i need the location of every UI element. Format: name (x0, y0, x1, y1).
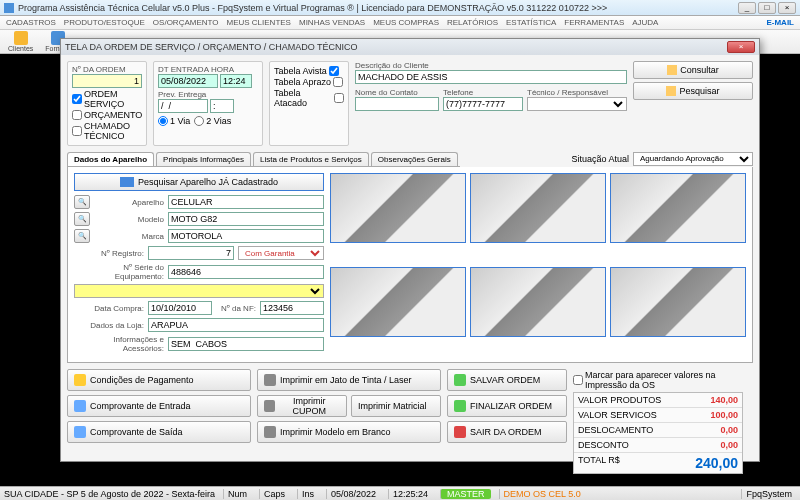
window-title: Programa Assistência Técnica Celular v5.… (18, 3, 738, 13)
maximize-button[interactable]: □ (758, 2, 776, 14)
nf-input[interactable] (260, 301, 324, 315)
pesquisar-aparelho-button[interactable]: Pesquisar Aparelho JÁ Cadastrado (74, 173, 324, 191)
hora-input[interactable] (220, 74, 252, 88)
check-icon (454, 374, 466, 386)
registro-input[interactable] (148, 246, 234, 260)
tab-principais-info[interactable]: Principais Informações (156, 152, 251, 166)
menu-ajuda[interactable]: AJUDA (632, 18, 658, 27)
statusbar: SUA CIDADE - SP 5 de Agosto de 2022 - Se… (0, 486, 800, 500)
imprimir-jato-button[interactable]: Imprimir em Jato de Tinta / Laser (257, 369, 441, 391)
pesquisar-button[interactable]: Pesquisar (633, 82, 753, 100)
comp-entrada-button[interactable]: Comprovante de Entrada (67, 395, 251, 417)
titlebar: Programa Assistência Técnica Celular v5.… (0, 0, 800, 16)
photo-4[interactable] (330, 267, 466, 337)
marca-input[interactable] (168, 229, 324, 243)
loja-input[interactable] (148, 318, 324, 332)
radio-1via[interactable] (158, 116, 168, 126)
status-num: Num (223, 489, 251, 499)
chk-atacado[interactable] (334, 93, 344, 103)
modelo-input[interactable] (168, 212, 324, 226)
desc-cliente-input[interactable] (355, 70, 627, 84)
radio-2vias[interactable] (194, 116, 204, 126)
status-demo: DEMO OS CEL 5.0 (499, 489, 585, 499)
telefone-label: Telefone (443, 88, 523, 97)
photo-5[interactable] (470, 267, 606, 337)
menu-compras[interactable]: MEUS COMPRAS (373, 18, 439, 27)
aparelho-input[interactable] (168, 195, 324, 209)
dialog-close-button[interactable]: × (727, 41, 755, 53)
chk-cham[interactable] (72, 126, 82, 136)
finalizar-button[interactable]: FINALIZAR ORDEM (447, 395, 567, 417)
status-caps: Caps (259, 489, 289, 499)
prev-date-input[interactable] (158, 99, 208, 113)
serie-input[interactable] (168, 265, 324, 279)
tecnico-select[interactable] (527, 97, 627, 111)
tab-produtos-servicos[interactable]: Lista de Produtos e Serviços (253, 152, 369, 166)
prev-hora-input[interactable] (210, 99, 234, 113)
imprimir-branco-button[interactable]: Imprimir Modelo em Branco (257, 421, 441, 443)
situacao-select[interactable]: Aguardando Aprovação (633, 152, 753, 166)
chk-marcar-valores[interactable] (573, 375, 583, 385)
contato-input[interactable] (355, 97, 439, 111)
marca-label: Marca (94, 232, 164, 241)
aparelho-label: Aparelho (94, 198, 164, 207)
telefone-input[interactable] (443, 97, 523, 111)
imprimir-cupom-button[interactable]: Imprimir CUPOM (257, 395, 347, 417)
total-label: TOTAL R$ (578, 455, 620, 471)
ordem-input[interactable] (72, 74, 142, 88)
menu-cadastros[interactable]: CADASTROS (6, 18, 56, 27)
menu-estatistica[interactable]: ESTATÍSTICA (506, 18, 556, 27)
tab-observacoes[interactable]: Observações Gerais (371, 152, 458, 166)
marca-search-button[interactable]: 🔍 (74, 229, 90, 243)
nf-label: Nº da NF: (216, 304, 256, 313)
menu-ferramentas[interactable]: FERRAMENTAS (564, 18, 624, 27)
dialog-title: TELA DA ORDEM DE SERVIÇO / ORÇAMENTO / C… (65, 42, 358, 52)
chk-avista[interactable] (329, 66, 339, 76)
modelo-search-button[interactable]: 🔍 (74, 212, 90, 226)
tecnico-label: Técnico / Responsável (527, 88, 627, 97)
menu-clientes[interactable]: MEUS CLIENTES (227, 18, 291, 27)
situacao-label: Situação Atual (571, 154, 629, 164)
prev-label: Prev. Entrega (158, 90, 258, 99)
status-location: SUA CIDADE - SP 5 de Agosto de 2022 - Se… (4, 489, 215, 499)
tool-clientes[interactable]: Clientes (4, 30, 37, 53)
info-input[interactable] (168, 337, 324, 351)
extra-select[interactable] (74, 284, 324, 298)
search-icon (667, 65, 677, 75)
imprimir-matricial-button[interactable]: Imprimir Matricial (351, 395, 441, 417)
menu-produto[interactable]: PRODUTO/ESTOQUE (64, 18, 145, 27)
clients-icon (14, 31, 28, 45)
desc-cliente-label: Descrição do Cliente (355, 61, 627, 70)
money-icon (74, 374, 86, 386)
photo-1[interactable] (330, 173, 466, 243)
photo-2[interactable] (470, 173, 606, 243)
consultar-button[interactable]: Consultar (633, 61, 753, 79)
menu-relatorios[interactable]: RELATÓRIOS (447, 18, 498, 27)
chk-os[interactable] (72, 94, 82, 104)
dtcompra-label: Data Compra: (74, 304, 144, 313)
menu-email[interactable]: E-MAIL (766, 18, 794, 27)
status-date: 05/08/2022 (326, 489, 380, 499)
chk-orc[interactable] (72, 110, 82, 120)
photo-6[interactable] (610, 267, 746, 337)
sair-button[interactable]: SAIR DA ORDEM (447, 421, 567, 443)
chk-aprazo[interactable] (333, 77, 343, 87)
tab-dados-aparelho[interactable]: Dados do Aparelho (67, 152, 154, 166)
receipt-icon (74, 400, 86, 412)
photo-3[interactable] (610, 173, 746, 243)
comp-saida-button[interactable]: Comprovante de Saída (67, 421, 251, 443)
garantia-select[interactable]: Com Garantia (238, 246, 324, 260)
ordem-label: Nº DA ORDEM (72, 65, 142, 74)
receipt-icon (74, 426, 86, 438)
cond-pagamento-button[interactable]: Condições de Pagamento (67, 369, 251, 391)
dtcompra-input[interactable] (148, 301, 212, 315)
laptop-icon (120, 177, 134, 187)
menu-vendas[interactable]: MINHAS VENDAS (299, 18, 365, 27)
close-button[interactable]: × (778, 2, 796, 14)
aparelho-search-button[interactable]: 🔍 (74, 195, 90, 209)
salvar-button[interactable]: SALVAR ORDEM (447, 369, 567, 391)
total-serv-label: VALOR SERVICOS (578, 410, 657, 420)
menu-os[interactable]: OS/ORÇAMENTO (153, 18, 219, 27)
dt-entrada-input[interactable] (158, 74, 218, 88)
minimize-button[interactable]: _ (738, 2, 756, 14)
